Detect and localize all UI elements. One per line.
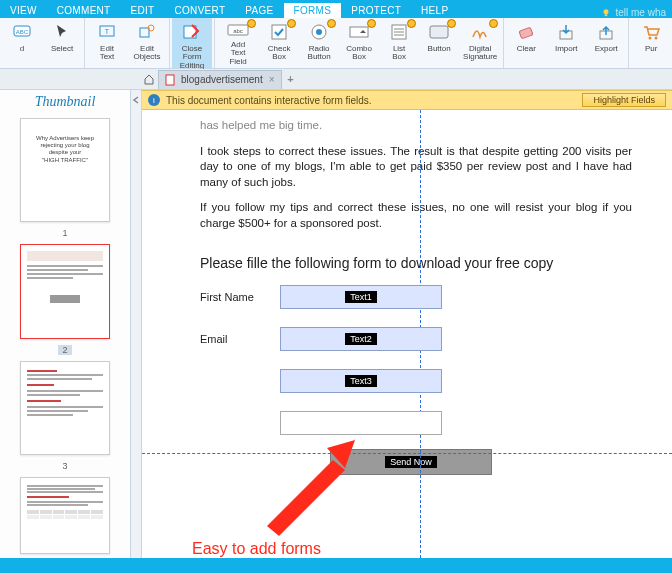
edit-objects-label: Edit Objects [132, 45, 162, 62]
combo-box-button[interactable]: Combo Box [339, 18, 379, 68]
close-form-label: Close Form Editing [177, 45, 207, 70]
combo-icon [348, 21, 370, 43]
import-button[interactable]: Import [546, 18, 586, 68]
svg-text:T: T [105, 28, 110, 35]
list-box-button[interactable]: List Box [379, 18, 419, 68]
svg-rect-14 [350, 27, 368, 37]
button-button[interactable]: Button [419, 18, 459, 68]
select-button[interactable]: Select [42, 18, 82, 68]
guide-horizontal[interactable] [142, 453, 672, 454]
tab-edit[interactable]: EDIT [121, 3, 165, 18]
list-box-label: List Box [392, 45, 406, 62]
info-icon: i [148, 94, 160, 106]
label-first-name: First Name [200, 291, 280, 303]
cart-button[interactable]: Pur [631, 18, 671, 68]
tell-me-label: tell me wha [615, 7, 666, 18]
thumbnail-page-4[interactable] [20, 477, 110, 554]
tab-convert[interactable]: CONVERT [165, 3, 236, 18]
signature-icon [469, 21, 491, 43]
new-tab-button[interactable]: + [282, 73, 300, 85]
tab-forms[interactable]: FORMS [284, 3, 342, 18]
menu-tabs: VIEW COMMENT EDIT CONVERT PAGE FORMS PRO… [0, 0, 672, 18]
radio-button-label: Radio Button [308, 45, 331, 62]
annotation-text: Easy to add forms [192, 540, 321, 558]
thumbnail-header: Thumbnail [0, 90, 130, 114]
add-text-field-button[interactable]: abc Add Text Field [217, 18, 259, 68]
body-text-1: I took steps to correct these issues. Th… [200, 144, 632, 191]
digital-signature-button[interactable]: Digital Signature [459, 18, 501, 68]
text-field-icon: abc [227, 21, 249, 39]
tab-page[interactable]: PAGE [235, 3, 283, 18]
export-button[interactable]: Export [586, 18, 626, 68]
field-tag-1: Text1 [345, 291, 377, 303]
list-icon [388, 21, 410, 43]
digital-signature-label: Digital Signature [463, 45, 497, 62]
document-page: has helped me big time. I took steps to … [142, 110, 672, 558]
field-plain[interactable] [280, 411, 442, 435]
tool-label: d [20, 45, 24, 53]
thumbnail-page-1[interactable]: Why Advertisers keep rejecting your blog… [20, 118, 110, 222]
combo-box-label: Combo Box [346, 45, 372, 62]
tab-protect[interactable]: PROTECT [341, 3, 411, 18]
svg-text:ABC: ABC [16, 29, 29, 35]
import-label: Import [555, 45, 578, 53]
field-first-name[interactable]: Text1 [280, 285, 442, 309]
edit-text-button[interactable]: T Edit Text [87, 18, 127, 68]
info-bar-message: This document contains interactive form … [166, 95, 372, 106]
export-icon [595, 21, 617, 43]
tab-comment[interactable]: COMMENT [47, 3, 121, 18]
field-email[interactable]: Text2 [280, 327, 442, 351]
thumbnail-page-2[interactable] [20, 244, 110, 338]
check-box-button[interactable]: Check Box [259, 18, 299, 68]
checkbox-icon [268, 21, 290, 43]
document-tabs: blogadvertisement × + [0, 69, 672, 90]
highlight-fields-button[interactable]: Highlight Fields [582, 93, 666, 107]
thumb-num-1: 1 [62, 228, 67, 238]
body-text-truncated: has helped me big time. [200, 118, 632, 134]
bulb-icon [601, 8, 611, 18]
tool-unknown[interactable]: ABC d [2, 18, 42, 68]
field-tag-3: Text3 [345, 375, 377, 387]
thumbnail-page-3[interactable] [20, 361, 110, 455]
export-label: Export [595, 45, 618, 53]
home-tab[interactable] [140, 70, 158, 88]
svg-rect-25 [166, 75, 174, 85]
form-title: Please fille the following form to downl… [200, 255, 632, 271]
close-form-editing-button[interactable]: Close Form Editing [172, 18, 212, 68]
check-box-label: Check Box [268, 45, 291, 62]
svg-text:abc: abc [233, 28, 243, 34]
svg-point-13 [316, 29, 322, 35]
clear-button[interactable]: Clear [506, 18, 546, 68]
collapse-handle[interactable] [131, 90, 142, 558]
field-tag-2: Text2 [345, 333, 377, 345]
clear-label: Clear [517, 45, 536, 53]
tab-help[interactable]: HELP [411, 3, 458, 18]
document-tab[interactable]: blogadvertisement × [158, 70, 282, 89]
svg-rect-11 [272, 25, 286, 39]
workspace: Thumbnail Why Advertisers keep rejecting… [0, 90, 672, 558]
svg-point-0 [604, 9, 609, 14]
ribbon: ABC d Select T Edit Text Edit Objects Cl… [0, 18, 672, 69]
tab-view[interactable]: VIEW [0, 3, 47, 18]
svg-marker-27 [267, 460, 345, 536]
close-form-icon [181, 21, 203, 43]
radio-icon [308, 21, 330, 43]
document-tab-label: blogadvertisement [181, 74, 263, 85]
edit-objects-button[interactable]: Edit Objects [127, 18, 167, 68]
svg-rect-19 [430, 26, 448, 38]
svg-rect-6 [140, 28, 149, 37]
send-label: Send Now [385, 456, 437, 468]
cart-label: Pur [645, 45, 657, 53]
svg-rect-20 [519, 27, 533, 39]
chevron-left-icon [132, 96, 140, 104]
tell-me-search[interactable]: tell me wha [595, 7, 672, 18]
select-label: Select [51, 45, 73, 53]
close-tab-icon[interactable]: × [269, 74, 275, 85]
radio-button-button[interactable]: Radio Button [299, 18, 339, 68]
button-label: Button [428, 45, 451, 53]
field-text3[interactable]: Text3 [280, 369, 442, 393]
add-text-field-label: Add Text Field [222, 41, 254, 66]
abc-icon: ABC [11, 21, 33, 43]
svg-point-23 [649, 37, 652, 40]
thumb-num-3: 3 [62, 461, 67, 471]
